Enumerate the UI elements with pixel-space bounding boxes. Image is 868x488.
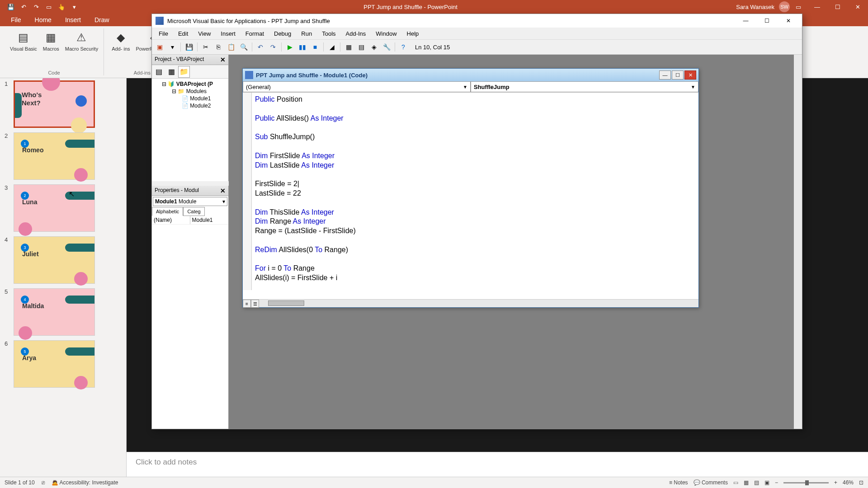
- slide-thumbnail[interactable]: 3Juliet: [14, 236, 95, 284]
- properties-title[interactable]: Properties - Modul ✕: [152, 186, 228, 196]
- vba-menu-file[interactable]: File: [154, 29, 173, 38]
- ribbon-button[interactable]: ▦Macros: [41, 28, 61, 54]
- properties-grid[interactable]: (Name) Module1: [152, 216, 228, 429]
- properties-close-icon[interactable]: ✕: [220, 187, 226, 194]
- save-icon[interactable]: 💾: [7, 3, 15, 11]
- tab-home[interactable]: Home: [28, 14, 58, 25]
- tab-draw[interactable]: Draw: [88, 14, 116, 25]
- vba-titlebar[interactable]: Microsoft Visual Basic for Applications …: [152, 14, 802, 28]
- user-area[interactable]: Sara Wanasek SW ▭: [736, 1, 807, 12]
- slide-position[interactable]: Slide 1 of 10: [5, 479, 35, 486]
- qat-dropdown-icon[interactable]: ▾: [70, 3, 78, 11]
- vba-menu-help[interactable]: Help: [402, 29, 424, 38]
- zoom-level[interactable]: 46%: [843, 479, 854, 486]
- tree-module1[interactable]: 📄 Module1: [154, 95, 226, 102]
- reading-view-icon[interactable]: ▤: [754, 479, 759, 486]
- properties-tab-alphabetic[interactable]: Alphabetic: [152, 207, 183, 216]
- comments-button[interactable]: 💬 Comments: [693, 479, 728, 486]
- redo-icon[interactable]: ↷: [268, 42, 278, 52]
- normal-view-icon[interactable]: ▭: [733, 479, 738, 486]
- tree-modules-folder[interactable]: ⊟ 📁 Modules: [154, 88, 226, 95]
- undo-icon[interactable]: ↶: [19, 3, 28, 11]
- vba-menu-add-ins[interactable]: Add-Ins: [341, 29, 371, 38]
- help-icon[interactable]: ?: [398, 42, 409, 52]
- code-procedure-combo[interactable]: ShuffleJump ▼: [471, 81, 698, 92]
- toggle-folders-icon[interactable]: 📁: [178, 66, 190, 78]
- vba-minimize-button[interactable]: —: [736, 15, 756, 27]
- zoom-slider[interactable]: [783, 482, 829, 483]
- properties-tab-categorized[interactable]: Categ: [183, 207, 204, 216]
- vba-close-button[interactable]: ✕: [778, 15, 798, 27]
- slide-thumb-row[interactable]: 54Maltida: [0, 286, 126, 338]
- language-icon[interactable]: ⎚: [42, 479, 45, 486]
- fit-icon[interactable]: ⊡: [859, 479, 863, 486]
- insert-module-icon[interactable]: ▾: [167, 42, 178, 52]
- slide-thumbnail[interactable]: 1Romeo: [14, 132, 95, 180]
- vba-menu-tools[interactable]: Tools: [317, 29, 340, 38]
- vba-menu-insert[interactable]: Insert: [216, 29, 240, 38]
- code-maximize-button[interactable]: ☐: [672, 70, 684, 80]
- sorter-view-icon[interactable]: ▦: [744, 479, 749, 486]
- project-explorer-title[interactable]: Project - VBAProject ✕: [152, 55, 228, 65]
- project-close-icon[interactable]: ✕: [220, 56, 226, 63]
- save-icon[interactable]: 💾: [184, 42, 194, 52]
- view-object-icon[interactable]: ▦: [165, 66, 177, 78]
- code-object-combo[interactable]: (General) ▼: [243, 81, 471, 92]
- tab-file[interactable]: File: [5, 14, 28, 25]
- slide-thumb-row[interactable]: 21Romeo: [0, 130, 126, 182]
- project-explorer-icon[interactable]: ▦: [343, 42, 354, 52]
- user-avatar[interactable]: SW: [779, 1, 790, 12]
- properties-object-combo[interactable]: Module1 Module ▾: [153, 197, 227, 206]
- vba-maximize-button[interactable]: ☐: [757, 15, 777, 27]
- code-editor[interactable]: Public Position Public AllSlides() As In…: [243, 93, 698, 299]
- notes-button[interactable]: ≡ Notes: [669, 479, 688, 486]
- tree-project-root[interactable]: ⊟ 🔰 VBAProject (P: [154, 80, 226, 88]
- notes-area[interactable]: Click to add notes: [127, 452, 868, 477]
- find-icon[interactable]: 🔍: [238, 42, 249, 52]
- reset-icon[interactable]: ■: [310, 42, 321, 52]
- full-module-view-icon[interactable]: ☰: [251, 300, 259, 308]
- code-horizontal-scrollbar[interactable]: ≡ ☰: [243, 299, 698, 307]
- code-minimize-button[interactable]: —: [659, 70, 671, 80]
- slide-panel[interactable]: 1Who'sNext?21Romeo32Luna43Juliet54Maltid…: [0, 78, 127, 477]
- vba-vertical-scrollbar[interactable]: [794, 55, 802, 429]
- tree-module2[interactable]: 📄 Module2: [154, 102, 226, 109]
- view-code-icon[interactable]: ▤: [153, 66, 165, 78]
- code-close-button[interactable]: ✕: [684, 70, 696, 80]
- ribbon-button[interactable]: ⚠Macro Security: [63, 28, 100, 54]
- zoom-out-icon[interactable]: −: [775, 479, 778, 486]
- zoom-in-icon[interactable]: +: [834, 479, 837, 486]
- slide-thumb-row[interactable]: 65Arya: [0, 338, 126, 390]
- run-icon[interactable]: ▶: [284, 42, 295, 52]
- vba-menu-debug[interactable]: Debug: [269, 29, 296, 38]
- touch-icon[interactable]: 👆: [57, 3, 66, 11]
- ribbon-button[interactable]: ◆Add- ins: [110, 28, 132, 54]
- copy-icon[interactable]: ⎘: [213, 42, 224, 52]
- object-browser-icon[interactable]: ◈: [368, 42, 379, 52]
- paste-icon[interactable]: 📋: [226, 42, 236, 52]
- procedure-view-icon[interactable]: ≡: [243, 300, 251, 308]
- vba-menu-edit[interactable]: Edit: [174, 29, 193, 38]
- break-icon[interactable]: ▮▮: [297, 42, 308, 52]
- slide-thumbnail[interactable]: Who'sNext?: [14, 80, 95, 128]
- ribbon-button[interactable]: ▤Visual Basic: [8, 28, 39, 54]
- minimize-button[interactable]: —: [807, 0, 827, 14]
- cut-icon[interactable]: ✂: [200, 42, 211, 52]
- view-ppt-icon[interactable]: ▣: [154, 42, 165, 52]
- slide-thumb-row[interactable]: 32Luna: [0, 182, 126, 234]
- vba-menu-view[interactable]: View: [193, 29, 215, 38]
- ribbon-display-icon[interactable]: ▭: [794, 3, 802, 11]
- properties-icon[interactable]: ▤: [356, 42, 367, 52]
- slide-thumbnail[interactable]: 2Luna: [14, 184, 95, 232]
- vba-menu-format[interactable]: Format: [241, 29, 269, 38]
- redo-icon[interactable]: ↷: [32, 3, 40, 11]
- undo-icon[interactable]: ↶: [255, 42, 266, 52]
- dropdown-icon[interactable]: ▾: [222, 198, 225, 205]
- close-button[interactable]: ✕: [848, 0, 868, 14]
- project-tree[interactable]: ⊟ 🔰 VBAProject (P ⊟ 📁 Modules 📄 Module1 …: [152, 79, 228, 181]
- slideshow-view-icon[interactable]: ▣: [764, 479, 769, 486]
- slideshow-icon[interactable]: ▭: [45, 3, 53, 11]
- tab-insert[interactable]: Insert: [59, 14, 87, 25]
- slide-thumb-row[interactable]: 1Who'sNext?: [0, 78, 126, 130]
- code-titlebar[interactable]: PPT Jump and Shuffle - Module1 (Code) — …: [243, 69, 698, 81]
